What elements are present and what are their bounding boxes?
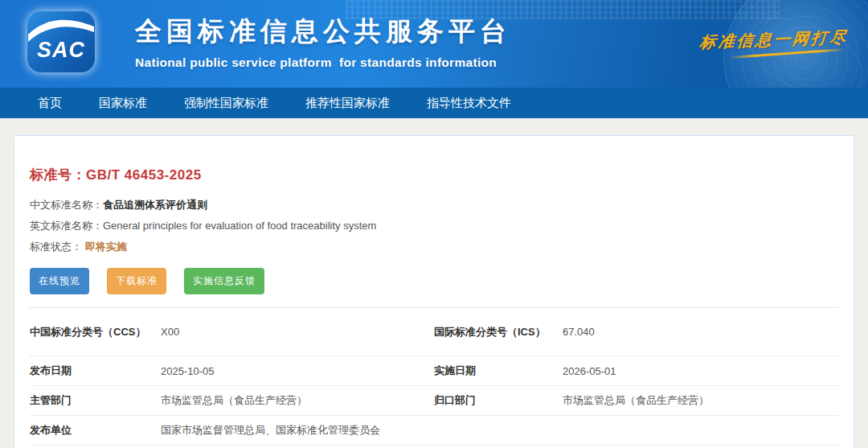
nav-item-mandatory-standards[interactable]: 强制性国家标准 [184,96,268,111]
site-subtitle: National public service platform for sta… [135,55,511,70]
publish-unit-value: 国家市场监督管理总局、国家标准化管理委员会 [161,423,434,438]
field-en-name: 英文标准名称：General principles for evaluation… [30,216,838,236]
download-standard-button[interactable]: 下载标准 [107,268,166,294]
sac-logo[interactable]: SAC [27,10,96,73]
online-preview-button[interactable]: 在线预览 [30,268,89,294]
implementation-feedback-button[interactable]: 实施信息反馈 [184,268,264,294]
status-label: 标准状态： [30,240,82,253]
ccs-label: 中国标准分类号（CCS） [30,325,161,339]
sac-logo-icon: SAC [27,10,96,73]
standard-info-table: 中国标准分类号（CCS） X00 国际标准分类号（ICS） 67.040 发布日… [30,308,838,446]
ccs-value: X00 [161,326,434,338]
field-status: 标准状态： 即将实施 [30,236,838,257]
standard-fields: 中文标准名称：食品追溯体系评价通则 英文标准名称：General princip… [30,195,838,257]
action-buttons: 在线预览 下载标准 实施信息反馈 [30,268,838,294]
table-row: 发布日期 2025-10-05 实施日期 2026-05-01 [30,356,838,386]
standard-detail-card: 标准号：GB/T 46453-2025 中文标准名称：食品追溯体系评价通则 英文… [14,135,854,448]
implement-date-value: 2026-05-01 [563,365,838,377]
table-row: 主管部门 市场监管总局（食品生产经营） 归口部门 市场监管总局（食品生产经营） [30,386,838,416]
app-header: SAC 全国标准信息公共服务平台 National public service… [0,0,868,88]
publish-date-value: 2025-10-05 [161,365,434,377]
nav-item-guiding-documents[interactable]: 指导性技术文件 [427,96,511,111]
competent-dept-value: 市场监管总局（食品生产经营） [161,393,434,408]
site-title-block: 全国标准信息公共服务平台 National public service pla… [135,14,511,70]
publish-unit-label: 发布单位 [30,423,161,438]
centralized-dept-value: 市场监管总局（食品生产经营） [563,393,838,408]
svg-text:SAC: SAC [37,38,85,62]
table-row: 中国标准分类号（CCS） X00 国际标准分类号（ICS） 67.040 [30,308,838,356]
standard-number-line: 标准号：GB/T 46453-2025 [30,136,838,184]
field-cn-name: 中文标准名称：食品追溯体系评价通则 [30,195,838,216]
implement-date-label: 实施日期 [434,364,563,378]
nav-item-home[interactable]: 首页 [38,96,62,111]
nav-item-national-standards[interactable]: 国家标准 [99,96,147,111]
en-name-value: General principles for evaluation of foo… [103,220,376,232]
standard-number-label: 标准号： [30,167,86,183]
cn-name-label: 中文标准名称： [30,199,103,211]
page-body: 标准号：GB/T 46453-2025 中文标准名称：食品追溯体系评价通则 英文… [0,118,868,448]
site-title: 全国标准信息公共服务平台 [135,14,511,50]
competent-dept-label: 主管部门 [30,393,161,408]
centralized-dept-label: 归口部门 [434,393,563,408]
status-badge: 即将实施 [85,240,127,253]
publish-date-label: 发布日期 [30,364,161,378]
en-name-label: 英文标准名称： [30,220,103,232]
nav-item-recommended-standards[interactable]: 推荐性国家标准 [305,96,390,111]
ics-label: 国际标准分类号（ICS） [434,325,563,339]
standard-number-value: GB/T 46453-2025 [86,167,202,183]
ics-value: 67.040 [563,326,838,338]
cn-name-value: 食品追溯体系评价通则 [103,199,207,211]
table-row: 发布单位 国家市场监督管理总局、国家标准化管理委员会 [30,416,838,446]
main-navbar: 首页 国家标准 强制性国家标准 推荐性国家标准 指导性技术文件 [0,88,868,118]
